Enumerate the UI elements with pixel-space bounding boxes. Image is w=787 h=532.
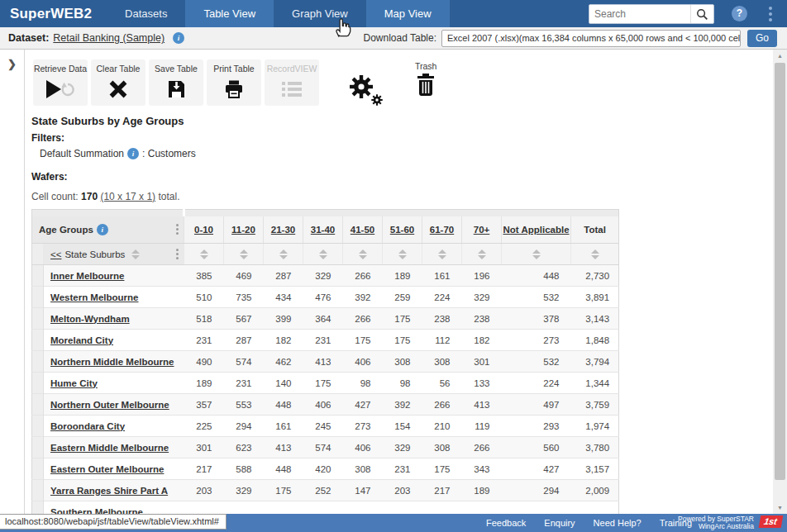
row-dimension-menu-icon[interactable] [171, 247, 179, 261]
data-cell: 308 [422, 351, 462, 373]
wingarc-logo[interactable]: 1st [759, 515, 784, 528]
filters-label: Filters: [31, 132, 64, 144]
column-header-label[interactable]: 31-40 [311, 225, 335, 235]
scroll-down-icon[interactable]: ▼ [773, 501, 787, 514]
data-cell: 3,794 [571, 351, 619, 373]
column-header-label[interactable]: 0-10 [194, 225, 213, 235]
cell-count-link[interactable]: (10 x 17 x 1) [100, 191, 155, 202]
data-cell: 301 [462, 351, 502, 373]
row-gutter-cell [32, 373, 44, 394]
download-format-select[interactable]: Excel 2007 (.xlsx)(max 16,384 columns x … [441, 30, 741, 47]
row-gutter-cell [32, 351, 44, 373]
clear-table-button[interactable]: Clear Table [91, 59, 145, 106]
row-header-link[interactable]: Moreland City [50, 335, 113, 345]
sort-icon[interactable] [398, 249, 407, 259]
column-header-label[interactable]: 70+ [474, 225, 490, 235]
sort-icon[interactable] [319, 249, 327, 259]
nav-item-map-view[interactable]: Map View [366, 0, 450, 27]
sort-icon[interactable] [279, 249, 288, 259]
row-header-link[interactable]: Northern Middle Melbourne [50, 357, 174, 367]
column-header-label[interactable]: Not Applicable [503, 225, 569, 235]
column-header: 0-10 [184, 216, 224, 244]
sort-icon[interactable] [478, 249, 486, 259]
nav-item-datasets[interactable]: Datasets [107, 0, 185, 27]
row-header-link[interactable]: Hume City [50, 378, 98, 388]
table-row: Western Melbourne51073543447639225922432… [32, 287, 619, 308]
sort-icon[interactable] [200, 249, 208, 259]
data-cell: 189 [184, 373, 224, 394]
nav-item-graph-view[interactable]: Graph View [274, 0, 366, 27]
filter-line: Default Summation i : Customers [40, 148, 196, 159]
footer-link-feedback[interactable]: Feedback [486, 518, 526, 528]
help-icon[interactable]: ? [732, 6, 747, 21]
sort-icon[interactable] [591, 249, 599, 259]
sort-icon[interactable] [532, 249, 541, 259]
row-header-link[interactable]: Inner Melbourne [50, 271, 124, 281]
table-row: Southern Melbourne [32, 501, 619, 515]
data-cell: 329 [224, 480, 264, 501]
overflow-menu-icon[interactable] [769, 7, 772, 24]
table-options-gear-icon[interactable] [347, 74, 385, 107]
clear-x-icon [91, 77, 145, 102]
dataset-link[interactable]: Retail Banking (Sample) [53, 32, 165, 44]
row-header-cell: Yarra Ranges Shire Part A [44, 480, 184, 501]
data-cell: 98 [343, 373, 383, 394]
column-header-label[interactable]: 11-20 [231, 225, 255, 235]
row-header-link[interactable]: Yarra Ranges Shire Part A [50, 486, 168, 496]
footer-link-need-help[interactable]: Need Help? [594, 518, 642, 528]
nav-item-table-view[interactable]: Table View [185, 0, 274, 27]
sort-icon[interactable] [359, 249, 367, 259]
retrieve-data-button[interactable]: Retrieve Data [33, 59, 88, 106]
dataset-info-icon[interactable]: i [173, 32, 184, 44]
dataset-bar: Dataset: Retail Banking (Sample) i Downl… [0, 27, 787, 50]
data-cell [343, 501, 383, 515]
sort-icon[interactable] [438, 249, 446, 259]
row-header-link[interactable]: Boroondara City [50, 421, 125, 431]
data-cell: 203 [383, 480, 422, 501]
footer-link-enquiry[interactable]: Enquiry [544, 518, 575, 528]
data-cell: 3,891 [571, 287, 619, 308]
row-dimension-collapse-link[interactable]: << [50, 249, 61, 259]
scrollbar-thumb[interactable] [775, 63, 785, 480]
data-cell: 182 [462, 330, 502, 351]
vertical-scrollbar[interactable]: ▲ ▼ [773, 50, 787, 514]
search-box[interactable] [589, 4, 714, 24]
data-cell [462, 501, 502, 515]
cell-count-line: Cell count: 170 (10 x 17 x 1) total. [31, 191, 179, 202]
column-header-label[interactable]: 41-50 [351, 225, 374, 235]
column-sort-cell [303, 244, 343, 265]
column-dimension-menu-icon[interactable] [171, 222, 179, 236]
filter-info-icon[interactable]: i [127, 148, 139, 159]
search-icon[interactable] [690, 5, 713, 23]
column-dimension-label: Age Groups [39, 225, 93, 235]
column-header-label[interactable]: 51-60 [390, 225, 414, 235]
column-header-label[interactable]: 61-70 [430, 225, 454, 235]
data-cell [502, 501, 571, 515]
trash-dropzone[interactable]: Trash [415, 61, 436, 98]
save-table-button[interactable]: Save Table [149, 59, 203, 106]
scroll-up-icon[interactable]: ▲ [773, 50, 787, 62]
column-header: Not Applicable [502, 216, 571, 244]
column-sort-cell [571, 244, 619, 265]
print-table-button[interactable]: Print Table [207, 59, 261, 106]
age-groups-info-icon[interactable]: i [97, 224, 108, 235]
column-sort-cell [462, 244, 502, 265]
row-header-link[interactable]: Melton-Wyndham [50, 314, 130, 324]
data-cell: 588 [224, 458, 264, 480]
data-cell: 378 [502, 308, 571, 330]
expand-panel-chevron-icon[interactable]: ❯ [6, 58, 19, 70]
data-cell: 175 [264, 480, 303, 501]
sort-icon[interactable] [131, 249, 140, 259]
sort-icon[interactable] [240, 249, 248, 259]
row-header-link[interactable]: Eastern Middle Melbourne [50, 443, 169, 453]
data-cell: 231 [224, 373, 264, 394]
data-cell: 147 [343, 480, 383, 501]
search-input[interactable] [589, 8, 690, 20]
row-header-link[interactable]: Western Melbourne [50, 292, 139, 302]
column-header-label[interactable]: 21-30 [271, 225, 295, 235]
row-header-link[interactable]: Southern Melbourne [50, 507, 143, 515]
go-button[interactable]: Go [747, 30, 777, 47]
row-header-link[interactable]: Eastern Outer Melbourne [50, 464, 164, 474]
column-header: 31-40 [303, 216, 343, 244]
row-header-link[interactable]: Northern Outer Melbourne [50, 400, 169, 410]
